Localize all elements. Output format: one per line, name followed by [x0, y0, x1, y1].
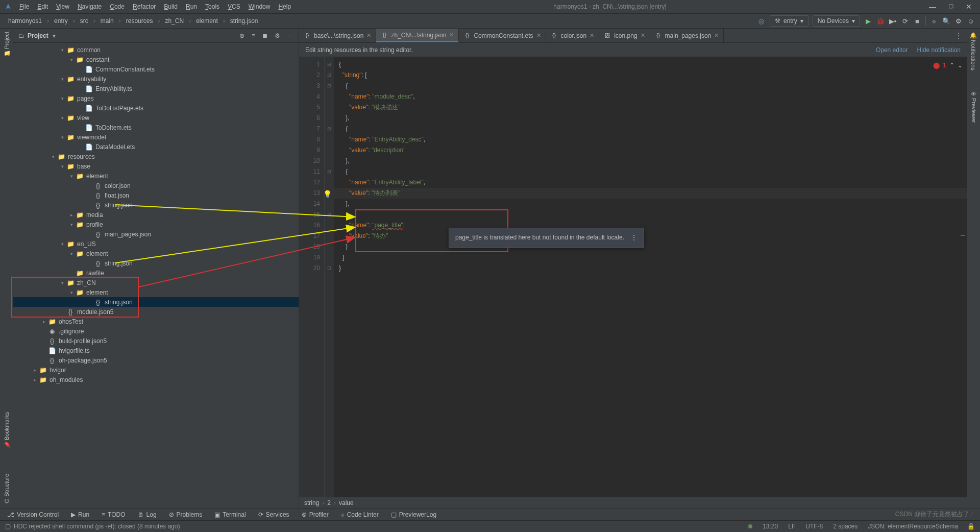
expand-toggle-icon[interactable]: ▾ [50, 154, 56, 159]
code-line[interactable]: "name": "module_desc", [334, 91, 967, 102]
view-mode-caret-icon[interactable]: ▾ [53, 32, 56, 39]
expand-toggle-icon[interactable]: ▸ [41, 319, 47, 324]
code-line[interactable]: { [334, 59, 967, 70]
tree-row[interactable]: 📄EntryAbility.ts [13, 84, 299, 93]
menu-code[interactable]: Code [110, 3, 125, 10]
code-line[interactable]: { [334, 209, 967, 220]
code-line[interactable]: { [334, 81, 967, 91]
expand-toggle-icon[interactable]: ▾ [59, 96, 65, 101]
tree-row[interactable]: ◉.gitignore [13, 326, 299, 336]
expand-toggle-icon[interactable]: ▾ [68, 57, 75, 62]
tool-window-button[interactable]: ⊚Profiler [302, 511, 329, 518]
close-tab-icon[interactable]: ✕ [590, 32, 594, 39]
fold-gutter[interactable]: ⊟⊟⊟ ⊟ ⊟ ⊟ ⊡ [325, 57, 334, 497]
close-tab-icon[interactable]: ✕ [714, 32, 719, 39]
tabs-more-icon[interactable]: ⋮ [950, 32, 967, 39]
tree-row[interactable]: ▾📁zh_CN [13, 278, 299, 287]
stop-button[interactable]: ■ [913, 17, 921, 25]
json-crumb-item[interactable]: value [339, 499, 354, 506]
tree-row[interactable]: ▾📁resources [13, 152, 299, 161]
tree-row[interactable]: ▾📁view [13, 113, 299, 123]
menu-file[interactable]: File [19, 3, 29, 10]
menu-edit[interactable]: Edit [37, 3, 48, 10]
tree-row[interactable]: 📄ToDoItem.ets [13, 123, 299, 132]
expand-toggle-icon[interactable]: ▾ [68, 174, 75, 179]
json-crumb-item[interactable]: 2 [327, 499, 331, 506]
menu-run[interactable]: Run [186, 3, 197, 10]
breadcrumb-item[interactable]: string.json [227, 16, 261, 26]
editor-tab[interactable]: {}zh_CN\...\string.json✕ [376, 29, 459, 42]
cursor-position[interactable]: 13:20 [763, 523, 778, 530]
tool-window-button[interactable]: ⊘Problems [169, 511, 203, 518]
tree-row[interactable]: ▾📁pages [13, 93, 299, 103]
tree-row[interactable]: ▾📁element [13, 249, 299, 258]
tree-row[interactable]: {}string.json [13, 258, 299, 268]
run-button[interactable]: ▶ [864, 17, 872, 25]
line-separator[interactable]: LF [788, 523, 795, 530]
code-editor[interactable]: 1234567891011121314151617181920 ⊟⊟⊟ ⊟ ⊟ … [299, 57, 967, 497]
indexing-status-icon[interactable] [748, 524, 752, 528]
editor-tab[interactable]: {}main_pages.json✕ [650, 29, 724, 42]
tool-window-button[interactable]: ⎇Version Control [7, 511, 59, 518]
code-line[interactable]: "name": "page_title", [334, 220, 967, 231]
menu-build[interactable]: Build [164, 3, 178, 10]
code-line[interactable]: "value": "待办列表" [334, 188, 967, 199]
breadcrumb-item[interactable]: zh_CN [162, 16, 187, 26]
breadcrumb-item[interactable]: main [97, 16, 117, 26]
tree-row[interactable]: {}main_pages.json [13, 229, 299, 239]
editor-breadcrumb[interactable]: string›2›value [299, 497, 967, 509]
hide-notification-link[interactable]: Hide notification [917, 46, 961, 54]
expand-toggle-icon[interactable]: ▾ [59, 47, 65, 53]
panel-settings-icon[interactable]: ⚙ [275, 32, 280, 39]
tree-row[interactable]: 📄DataModel.ets [13, 142, 299, 152]
breadcrumb-item[interactable]: resources [123, 16, 156, 26]
hide-panel-icon[interactable]: — [287, 32, 293, 39]
code-line[interactable]: { [334, 166, 967, 177]
tree-row[interactable]: 📄hvigorfile.ts [13, 346, 299, 355]
sync-icon[interactable]: ◎ [757, 17, 766, 25]
close-tab-icon[interactable]: ✕ [449, 32, 454, 38]
menu-view[interactable]: View [56, 3, 69, 10]
minimize-button[interactable]: — [929, 3, 936, 11]
structure-tool-button[interactable]: ⌬ Structure [3, 474, 10, 503]
json-crumb-item[interactable]: string [304, 499, 319, 506]
code-line[interactable]: }, [334, 113, 967, 124]
open-editor-link[interactable]: Open editor [876, 46, 908, 54]
vcs-update-icon[interactable]: ⟐ [930, 17, 938, 25]
editor-tab[interactable]: {}CommonConstant.ets✕ [459, 29, 546, 42]
tree-row[interactable]: {}module.json5 [13, 307, 299, 317]
breadcrumb-item[interactable]: src [77, 16, 91, 26]
expand-toggle-icon[interactable]: ▸ [32, 368, 38, 373]
expand-toggle-icon[interactable]: ▾ [68, 290, 75, 295]
device-combo[interactable]: No Devices ▾ [813, 15, 860, 27]
previewer-tool-button[interactable]: 👁 Previewer [971, 91, 977, 123]
maximize-button[interactable]: ▢ [948, 3, 953, 11]
breadcrumb-item[interactable]: entry [51, 16, 71, 26]
tree-row[interactable]: ▾📁en_US [13, 239, 299, 249]
expand-toggle-icon[interactable]: ▸ [32, 377, 38, 382]
code-line[interactable]: }, [334, 199, 967, 209]
expand-toggle-icon[interactable]: ▾ [68, 222, 75, 227]
collapse-all-icon[interactable]: ≣ [262, 32, 267, 39]
next-highlight-icon[interactable]: ⌄ [958, 60, 963, 71]
code-line[interactable]: { [334, 124, 967, 134]
code-line[interactable]: "string": [ [334, 70, 967, 81]
expand-toggle-icon[interactable]: ▾ [59, 115, 65, 120]
menu-vcs[interactable]: VCS [228, 3, 240, 10]
tree-row[interactable]: ▾📁element [13, 171, 299, 181]
tree-row[interactable]: ▾📁profile [13, 220, 299, 229]
select-opened-file-icon[interactable]: ⊕ [239, 32, 244, 39]
expand-toggle-icon[interactable]: ▾ [59, 77, 65, 82]
source-area[interactable]: 💡 ⬤ 1 ⌃ ⌄ page_title is translated here … [334, 57, 967, 497]
expand-toggle-icon[interactable]: ▾ [59, 241, 65, 247]
close-tab-icon[interactable]: ✕ [366, 32, 371, 39]
close-tab-icon[interactable]: ✕ [641, 32, 645, 39]
expand-toggle-icon[interactable]: ▾ [59, 280, 65, 285]
tree-row[interactable]: 📄CommonConstant.ets [13, 64, 299, 74]
tree-row[interactable]: 📄ToDoListPage.ets [13, 103, 299, 113]
tree-row[interactable]: 📁rawfile [13, 268, 299, 278]
menu-help[interactable]: Help [278, 3, 291, 10]
tree-row[interactable]: ▸📁ohosTest [13, 317, 299, 326]
menu-tools[interactable]: Tools [205, 3, 219, 10]
json-schema[interactable]: JSON: elementResourceSchema [868, 523, 958, 530]
